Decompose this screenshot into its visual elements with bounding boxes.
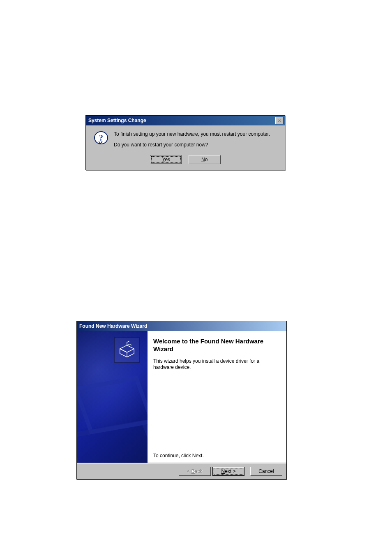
dialog-body: ? To finish setting up your new hardware… <box>86 125 285 170</box>
wizard-continue-hint: To continue, click Next. <box>153 453 279 459</box>
close-icon[interactable]: ✕ <box>275 117 284 124</box>
message-line-2: Do you want to restart your computer now… <box>114 142 279 148</box>
wizard-sidebar-art <box>77 331 148 463</box>
question-icon: ? <box>92 131 111 153</box>
button-row: Yes No <box>92 153 279 164</box>
titlebar: System Settings Change ✕ <box>86 116 285 125</box>
no-button[interactable]: No <box>189 155 221 164</box>
hardware-box-icon <box>114 337 140 363</box>
titlebar: Found New Hardware Wizard <box>77 321 286 331</box>
dialog-title: System Settings Change <box>87 118 274 123</box>
found-new-hardware-wizard-dialog: Found New Hardware Wizard <box>76 321 287 480</box>
close-glyph: ✕ <box>278 118 281 123</box>
wizard-body: Welcome to the Found New Hardware Wizard… <box>77 331 286 463</box>
cancel-button[interactable]: Cancel <box>250 467 282 476</box>
dialog-title: Found New Hardware Wizard <box>78 323 285 329</box>
wizard-welcome-title: Welcome to the Found New Hardware Wizard <box>153 338 279 353</box>
back-button: < Back <box>179 467 211 476</box>
wizard-description: This wizard helps you install a device d… <box>153 358 279 371</box>
next-button[interactable]: Next > <box>212 467 244 476</box>
yes-button[interactable]: Yes <box>150 155 182 164</box>
wizard-main-panel: Welcome to the Found New Hardware Wizard… <box>148 331 286 463</box>
message-row: ? To finish setting up your new hardware… <box>92 131 279 153</box>
message-line-1: To finish setting up your new hardware, … <box>114 131 279 137</box>
message-text: To finish setting up your new hardware, … <box>111 131 279 153</box>
system-settings-change-dialog: System Settings Change ✕ ? To finish set… <box>85 115 285 170</box>
wizard-footer: < BackNext >Cancel <box>77 463 286 479</box>
